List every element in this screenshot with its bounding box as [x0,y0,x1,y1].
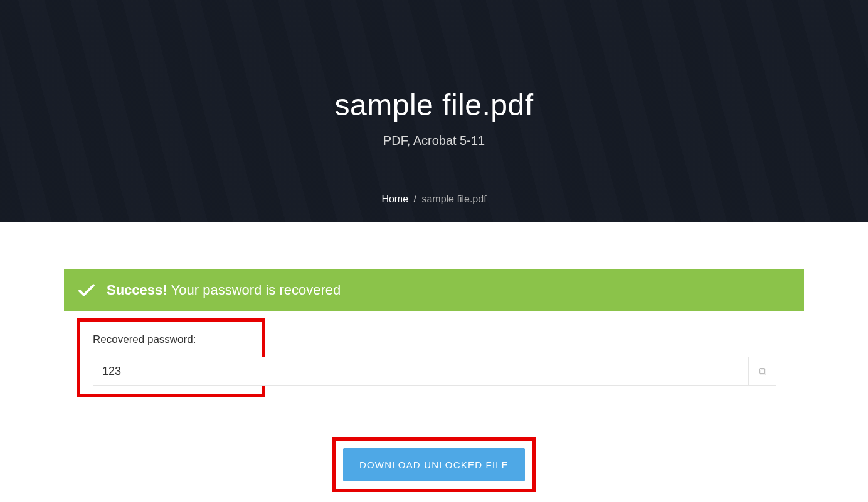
breadcrumb-current: sample file.pdf [421,194,486,204]
success-strong-text: Success! [107,282,167,298]
page-title: sample file.pdf [335,88,534,122]
success-message: Your password is recovered [171,282,341,298]
download-unlocked-file-button[interactable]: DOWNLOAD UNLOCKED FILE [343,448,525,481]
main-panel: Success! Your password is recovered Reco… [64,269,804,502]
hero-header: sample file.pdf PDF, Acrobat 5-11 Home /… [0,0,868,222]
svg-rect-1 [759,368,764,373]
password-input-wrap [93,357,776,386]
success-banner: Success! Your password is recovered [64,269,804,311]
breadcrumb: Home / sample file.pdf [381,194,486,205]
copy-password-button[interactable] [748,357,776,385]
password-label: Recovered password: [93,333,196,346]
breadcrumb-separator: / [414,194,416,204]
recovered-password-input[interactable] [93,357,776,386]
file-type-subtitle: PDF, Acrobat 5-11 [383,133,485,148]
result-panel: Recovered password: DOWNLOAD UNLOCKED FI… [64,311,804,502]
password-field-group: Recovered password: [77,318,791,400]
download-section: DOWNLOAD UNLOCKED FILE [77,437,791,492]
svg-rect-0 [761,370,766,375]
highlight-download-box: DOWNLOAD UNLOCKED FILE [332,437,536,492]
breadcrumb-home-link[interactable]: Home [381,194,408,204]
check-icon [78,283,95,297]
copy-icon [758,367,768,377]
